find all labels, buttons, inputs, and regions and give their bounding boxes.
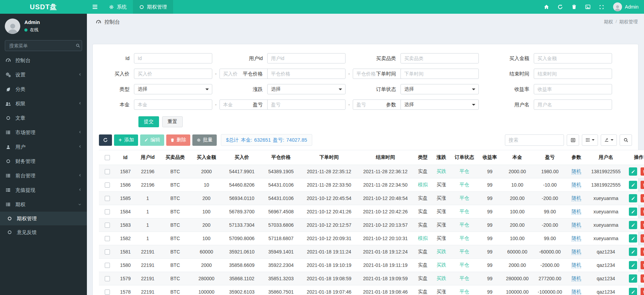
param-link[interactable]: 随机 xyxy=(572,168,581,175)
column-header[interactable]: 平仓价格 xyxy=(261,150,301,165)
param-link[interactable]: 随机 xyxy=(572,275,581,282)
column-header[interactable]: 买卖品类 xyxy=(160,150,190,165)
row-delete-button[interactable] xyxy=(641,288,644,295)
row-checkbox[interactable] xyxy=(105,223,110,228)
param-select[interactable]: 选择 xyxy=(400,99,479,110)
table-row[interactable]: 158022191BTC200035858.660935922.23042021… xyxy=(99,259,644,272)
batch-button[interactable]: 批量 xyxy=(192,134,217,146)
column-header[interactable]: Id xyxy=(115,150,135,165)
column-header[interactable]: 结束时间 xyxy=(357,150,414,165)
columns-button[interactable] xyxy=(582,134,598,146)
column-header[interactable]: 涨跌 xyxy=(432,150,451,165)
row-checkbox[interactable] xyxy=(105,169,110,174)
refresh-icon[interactable] xyxy=(553,0,567,14)
detail-view-button[interactable] xyxy=(567,134,579,146)
row-delete-button[interactable] xyxy=(641,208,644,216)
row-edit-button[interactable] xyxy=(629,274,637,283)
param-link[interactable]: 随机 xyxy=(572,289,581,295)
sidebar-item-users[interactable]: 用户 xyxy=(0,140,87,154)
row-delete-button[interactable] xyxy=(641,221,644,229)
sidebar-avatar[interactable] xyxy=(5,19,20,34)
close-price-min-input[interactable] xyxy=(267,69,346,79)
sidebar-item-permissions[interactable]: 权限 xyxy=(0,96,87,111)
table-row[interactable]: 158122191BTC6000035921.061035949.1401202… xyxy=(99,245,644,259)
row-checkbox[interactable] xyxy=(105,236,110,241)
row-edit-button[interactable] xyxy=(629,248,637,256)
param-link[interactable]: 随机 xyxy=(572,249,581,255)
fullscreen-icon[interactable] xyxy=(595,0,608,14)
table-row[interactable]: 158722196BTC200054417.990154389.19052021… xyxy=(99,165,644,178)
column-header[interactable]: 买入价 xyxy=(223,150,261,165)
column-header[interactable]: 订单状态 xyxy=(451,150,478,165)
row-delete-button[interactable] xyxy=(641,194,644,202)
sidebar-item-options-manage[interactable]: 期权管理 xyxy=(0,212,87,225)
param-link[interactable]: 随机 xyxy=(572,235,581,241)
user-avatar[interactable] xyxy=(613,2,622,11)
column-header[interactable]: 收益率 xyxy=(478,150,501,165)
export-button[interactable] xyxy=(601,134,617,146)
sidebar-item-finance[interactable]: 财务管理 xyxy=(0,154,87,168)
breadcrumb-parent[interactable]: 期权 xyxy=(604,19,613,25)
row-checkbox[interactable] xyxy=(105,290,110,295)
column-header[interactable]: 用户id xyxy=(135,150,160,165)
column-header[interactable]: 类型 xyxy=(414,150,432,165)
param-link[interactable]: 随机 xyxy=(572,182,581,188)
column-header[interactable]: 买入金额 xyxy=(190,150,223,165)
sidebar-item-deposit-withdraw[interactable]: 充值提现 xyxy=(0,183,87,197)
sidebar-item-settings[interactable]: 设置 xyxy=(0,68,87,82)
column-header[interactable]: 参数 xyxy=(567,150,586,165)
param-link[interactable]: 随机 xyxy=(572,262,581,268)
username-input[interactable] xyxy=(534,99,612,110)
id-input[interactable] xyxy=(134,53,212,63)
row-delete-button[interactable] xyxy=(641,248,644,256)
order-time-input[interactable] xyxy=(400,69,479,79)
row-delete-button[interactable] xyxy=(641,167,644,176)
sidebar-search-input[interactable] xyxy=(5,40,74,51)
sidebar-toggle-button[interactable] xyxy=(87,0,103,14)
principal-min-input[interactable] xyxy=(134,99,212,110)
row-edit-button[interactable] xyxy=(629,167,637,176)
row-delete-button[interactable] xyxy=(641,274,644,283)
select-all-checkbox[interactable] xyxy=(105,155,110,160)
pair-input[interactable] xyxy=(400,53,479,63)
order-status-select[interactable]: 选择 xyxy=(400,84,479,94)
table-row[interactable]: 15831BTC20057133.730457033.68062021-10-1… xyxy=(99,219,644,232)
row-checkbox[interactable] xyxy=(105,249,110,255)
sidebar-item-dashboard[interactable]: 控制台 xyxy=(0,53,87,68)
row-delete-button[interactable] xyxy=(641,181,644,189)
sidebar-item-articles[interactable]: 文章 xyxy=(0,111,87,125)
nav-tab-options-manage[interactable]: 期权管理 xyxy=(133,0,173,14)
sidebar-item-frontend[interactable]: 前台管理 xyxy=(0,168,87,183)
delete-button[interactable]: 删除 xyxy=(166,134,190,146)
sidebar-item-options[interactable]: 期权 xyxy=(0,197,87,212)
row-delete-button[interactable] xyxy=(641,261,644,269)
end-time-input[interactable] xyxy=(534,69,612,79)
row-edit-button[interactable] xyxy=(629,194,637,202)
reset-button[interactable]: 重置 xyxy=(162,116,183,127)
sidebar-item-category[interactable]: 分类 xyxy=(0,82,87,96)
rate-input[interactable] xyxy=(534,84,612,94)
row-checkbox[interactable] xyxy=(105,209,110,214)
submit-button[interactable]: 提交 xyxy=(138,116,159,127)
buy-amount-input[interactable] xyxy=(534,53,612,63)
pnl-min-input[interactable] xyxy=(267,99,346,110)
row-edit-button[interactable] xyxy=(629,288,637,295)
column-header[interactable]: 用户名 xyxy=(586,150,626,165)
row-checkbox[interactable] xyxy=(105,276,110,281)
theme-icon[interactable] xyxy=(581,0,595,14)
row-edit-button[interactable] xyxy=(629,181,637,189)
sidebar-item-feedback[interactable]: 意见反馈 xyxy=(0,225,87,239)
trash-icon[interactable] xyxy=(567,0,581,14)
row-checkbox[interactable] xyxy=(105,263,110,268)
column-header[interactable]: 操作 xyxy=(626,150,644,165)
param-link[interactable]: 随机 xyxy=(572,222,581,228)
column-header[interactable]: 下单时间 xyxy=(301,150,357,165)
direction-select[interactable]: 选择 xyxy=(267,84,346,94)
table-row[interactable]: 15851BTC20056934.011054431.01062021-10-1… xyxy=(99,192,644,205)
refresh-button[interactable] xyxy=(99,134,112,146)
add-button[interactable]: 添加 xyxy=(114,134,138,146)
row-checkbox[interactable] xyxy=(105,182,110,188)
edit-button[interactable]: 编辑 xyxy=(140,134,164,146)
row-edit-button[interactable] xyxy=(629,221,637,229)
search-icon[interactable] xyxy=(74,40,82,51)
